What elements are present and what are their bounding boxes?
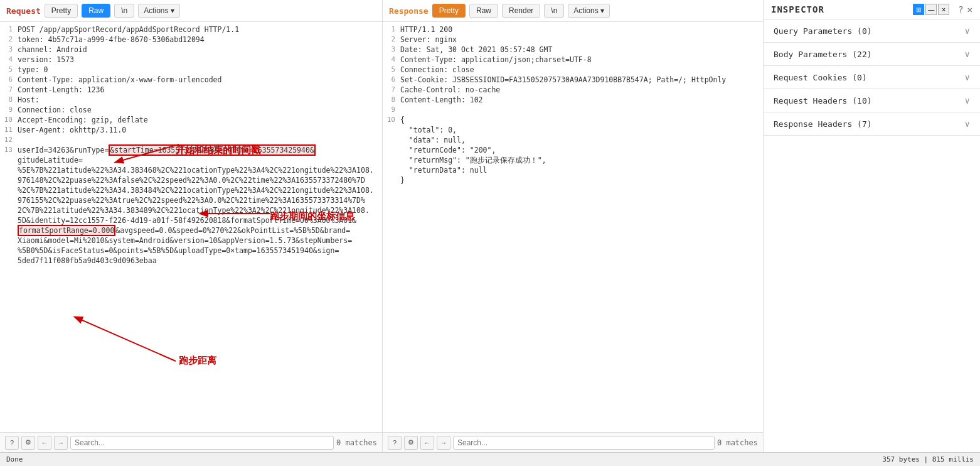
inspector-section-req-headers: Request Headers (10) ∨ bbox=[764, 89, 980, 112]
code-line-16: 976148%2C%22puase%22%3Afalse%2C%22speed%… bbox=[0, 175, 382, 185]
response-line-7: 7 Cache-Control: no-cache bbox=[383, 85, 763, 95]
code-line-11: 11 User-Agent: okhttp/3.11.0 bbox=[0, 125, 382, 135]
annotation-dist: 跑步距离 bbox=[179, 355, 216, 367]
request-tab-n[interactable]: \n bbox=[114, 4, 134, 18]
response-prev-btn[interactable]: ← bbox=[420, 436, 434, 450]
code-line-12: 12 bbox=[0, 135, 382, 145]
inspector-section-req-headers-chevron: ∨ bbox=[965, 95, 970, 106]
request-tab-raw[interactable]: Raw bbox=[82, 4, 110, 18]
response-line-16: } bbox=[383, 175, 763, 185]
request-prev-btn[interactable]: ← bbox=[38, 436, 51, 450]
inspector-section-query-header[interactable]: Query Parameters (0) ∨ bbox=[764, 19, 980, 42]
response-line-10: 10 { bbox=[383, 115, 763, 125]
response-line-6: 6 Set-Cookie: JSBSESSIONID=FA31505207573… bbox=[383, 75, 763, 85]
win-layout-btn-2[interactable]: — bbox=[925, 4, 937, 15]
response-line-12: "data": null, bbox=[383, 135, 763, 145]
response-line-8: 8 Content-Length: 102 bbox=[383, 95, 763, 105]
code-line-17: %2C%7B%221atitude%22%3A34.383484%2C%221o… bbox=[0, 185, 382, 195]
inspector-section-resp-headers-label: Response Headers (7) bbox=[774, 119, 872, 129]
win-layout-btn-3[interactable]: × bbox=[938, 4, 949, 15]
inspector-section-resp-headers-header[interactable]: Response Headers (7) ∨ bbox=[764, 112, 980, 135]
inspector-section-cookies-chevron: ∨ bbox=[965, 72, 970, 82]
win-layout-btn-1[interactable]: ⊞ bbox=[913, 4, 924, 15]
response-line-13: "returnCode": "200", bbox=[383, 145, 763, 155]
code-line-7: 7 Content-Length: 1236 bbox=[0, 85, 382, 95]
annotation-dist-arrow bbox=[63, 305, 188, 367]
response-line-1: 1 HTTP/1.1 200 bbox=[383, 24, 763, 35]
request-next-btn[interactable]: → bbox=[54, 436, 68, 450]
inspector-controls: ⊞ — × ? ✕ bbox=[913, 4, 972, 15]
inspector-section-resp-headers: Response Headers (7) ∨ bbox=[764, 112, 980, 136]
code-line-14: gitudeLatitude= bbox=[0, 155, 382, 165]
code-line-8: 8 Host: bbox=[0, 95, 382, 105]
request-tab-pretty[interactable]: Pretty bbox=[45, 4, 78, 18]
code-line-19: 2C%7B%221atitude%22%3A34.383489%2C%221oc… bbox=[0, 205, 382, 215]
response-line-4: 4 Content-Type: application/json;charset… bbox=[383, 55, 763, 65]
response-panel: Response Pretty Raw Render \n Actions ▾ … bbox=[383, 0, 764, 452]
response-line-15: "returnData": null bbox=[383, 165, 763, 175]
response-line-9: 9 bbox=[383, 105, 763, 115]
response-line-3: 3 Date: Sat, 30 Oct 2021 05:57:48 GMT bbox=[383, 45, 763, 55]
response-title: Response bbox=[389, 6, 429, 16]
code-line-3: 3 channel: Android bbox=[0, 45, 382, 55]
response-tab-pretty[interactable]: Pretty bbox=[432, 4, 466, 18]
code-line-10: 10 Accept-Encoding: gzip, deflate bbox=[0, 115, 382, 125]
code-line-19b: 5D&identity=12cc1557-f226-4d19-a01f-58f4… bbox=[0, 215, 382, 225]
code-line-18: 976155%2C%22puase%22%3Atrue%2C%22speed%2… bbox=[0, 195, 382, 205]
code-line-22: %5B0%5D&isFaceStatus=0&points=%5B%5D&upl… bbox=[0, 246, 382, 256]
response-matches: 0 matches bbox=[717, 438, 758, 447]
inspector-panel: INSPECTOR ⊞ — × ? ✕ Query Parameters (0)… bbox=[764, 0, 980, 452]
request-search-input[interactable] bbox=[70, 436, 334, 450]
request-header: Request Pretty Raw \n Actions ▾ bbox=[0, 0, 382, 22]
inspector-section-resp-headers-chevron: ∨ bbox=[965, 119, 970, 129]
code-line-13: 13 userId=34263&runType=&startTime=16355… bbox=[0, 145, 382, 155]
response-next-btn[interactable]: → bbox=[437, 436, 450, 450]
inspector-section-cookies: Request Cookies (0) ∨ bbox=[764, 66, 980, 89]
response-tab-n[interactable]: \n bbox=[544, 4, 564, 18]
inspector-header: INSPECTOR ⊞ — × ? ✕ bbox=[764, 0, 980, 19]
code-line-21: Xiaomi&model=Mi%2010&system=Android&vers… bbox=[0, 236, 382, 246]
response-line-2: 2 Server: nginx bbox=[383, 35, 763, 45]
code-line-5: 5 type: 0 bbox=[0, 65, 382, 75]
inspector-section-req-headers-header[interactable]: Request Headers (10) ∨ bbox=[764, 89, 980, 112]
response-code-area: 1 HTTP/1.1 200 2 Server: nginx 3 Date: S… bbox=[383, 22, 763, 432]
response-tab-render[interactable]: Render bbox=[502, 4, 540, 18]
request-title: Request bbox=[6, 6, 41, 16]
inspector-section-query-chevron: ∨ bbox=[965, 26, 970, 36]
status-right: 357 bytes | 815 millis bbox=[882, 455, 974, 463]
code-line-23: 5ded7f11f080fb5a9d403c9d0963ebaa bbox=[0, 256, 382, 266]
code-line-2: 2 token: 4b57c71a-a999-4fbe-8670-5306abd… bbox=[0, 35, 382, 45]
response-line-5: 5 Connection: close bbox=[383, 65, 763, 75]
request-help-btn[interactable]: ? bbox=[5, 436, 19, 450]
window-controls: ⊞ — × bbox=[913, 4, 949, 15]
response-line-14: "returnMsg": "跑步记录保存成功！", bbox=[383, 155, 763, 165]
inspector-section-cookies-label: Request Cookies (0) bbox=[774, 73, 867, 82]
request-matches: 0 matches bbox=[336, 438, 377, 447]
response-header: Response Pretty Raw Render \n Actions ▾ bbox=[383, 0, 763, 22]
inspector-section-cookies-header[interactable]: Request Cookies (0) ∨ bbox=[764, 66, 980, 89]
response-settings-btn[interactable]: ⚙ bbox=[404, 436, 418, 450]
code-line-15: %5E%7B%221atitude%22%3A34.383468%2C%221o… bbox=[0, 165, 382, 175]
response-actions-button[interactable]: Actions ▾ bbox=[568, 4, 609, 18]
response-bottom-bar: ? ⚙ ← → 0 matches bbox=[383, 432, 763, 452]
inspector-close-icon[interactable]: ✕ bbox=[967, 4, 972, 14]
response-tab-raw[interactable]: Raw bbox=[469, 4, 498, 18]
code-line-20: formatSportRange=0.000&avgspeed=0.0&spee… bbox=[0, 225, 382, 236]
response-search-input[interactable] bbox=[453, 436, 715, 450]
inspector-section-query-label: Query Parameters (0) bbox=[774, 26, 872, 36]
request-actions-button[interactable]: Actions ▾ bbox=[138, 4, 179, 18]
request-panel: Request Pretty Raw \n Actions ▾ 1 POST /… bbox=[0, 0, 383, 452]
inspector-section-body-chevron: ∨ bbox=[965, 49, 970, 59]
response-help-btn[interactable]: ? bbox=[388, 436, 402, 450]
request-bottom-bar: ? ⚙ ← → 0 matches bbox=[0, 432, 382, 452]
main-container: Request Pretty Raw \n Actions ▾ 1 POST /… bbox=[0, 0, 980, 452]
inspector-help-icon[interactable]: ? bbox=[958, 4, 963, 14]
request-settings-btn[interactable]: ⚙ bbox=[21, 436, 35, 450]
inspector-section-req-headers-label: Request Headers (10) bbox=[774, 96, 872, 106]
response-line-11: "total": 0, bbox=[383, 125, 763, 135]
inspector-section-body-label: Body Parameters (22) bbox=[774, 50, 872, 59]
inspector-title: INSPECTOR bbox=[771, 4, 824, 14]
inspector-section-body-header[interactable]: Body Parameters (22) ∨ bbox=[764, 43, 980, 65]
code-line-1: 1 POST /app/appSportRecord/appAddSportRe… bbox=[0, 24, 382, 35]
svg-line-2 bbox=[75, 317, 176, 361]
